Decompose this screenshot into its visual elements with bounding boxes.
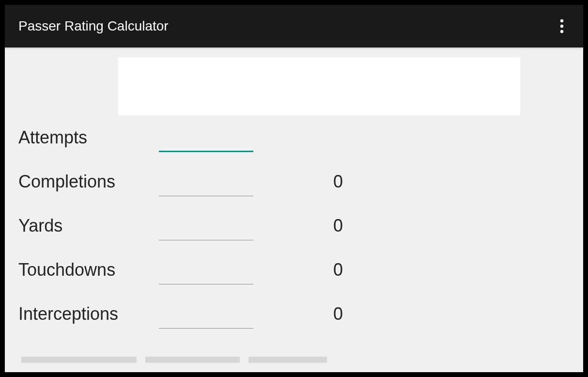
max-interceptions: 0 [314, 304, 343, 324]
app-title: Passer Rating Calculator [18, 18, 169, 34]
result-display-area [118, 57, 520, 115]
more-vert-icon [560, 18, 564, 34]
input-yards[interactable] [159, 220, 253, 240]
bottom-button-bar [21, 357, 567, 362]
svg-point-0 [560, 19, 563, 22]
input-attempts[interactable] [159, 130, 253, 152]
label-completions: Completions [18, 172, 144, 192]
label-touchdowns: Touchdowns [18, 260, 144, 280]
row-touchdowns: Touchdowns 0 [18, 248, 570, 292]
label-attempts: Attempts [18, 127, 144, 148]
app-bar: Passer Rating Calculator [5, 5, 583, 47]
row-attempts: Attempts [18, 115, 570, 159]
label-interceptions: Interceptions [18, 304, 144, 324]
input-completions[interactable] [159, 175, 253, 196]
input-form: Attempts Completions 0 Yards 0 [18, 115, 570, 336]
max-yards: 0 [314, 216, 343, 236]
label-yards: Yards [18, 216, 144, 236]
max-touchdowns: 0 [314, 260, 343, 280]
bottom-button-1[interactable] [21, 357, 137, 362]
max-completions: 0 [314, 172, 343, 192]
input-touchdowns[interactable] [159, 264, 253, 284]
row-interceptions: Interceptions 0 [18, 292, 570, 336]
row-completions: Completions 0 [18, 159, 570, 204]
svg-point-2 [560, 30, 563, 33]
bottom-button-2[interactable] [145, 357, 240, 362]
svg-point-1 [560, 25, 563, 28]
row-yards: Yards 0 [18, 204, 570, 248]
content-area: Attempts Completions 0 Yards 0 [5, 47, 583, 372]
overflow-menu-button[interactable] [552, 16, 572, 36]
bottom-button-3[interactable] [248, 357, 327, 362]
input-interceptions[interactable] [159, 308, 253, 329]
app-window: Passer Rating Calculator Attempts Comple… [5, 5, 583, 372]
